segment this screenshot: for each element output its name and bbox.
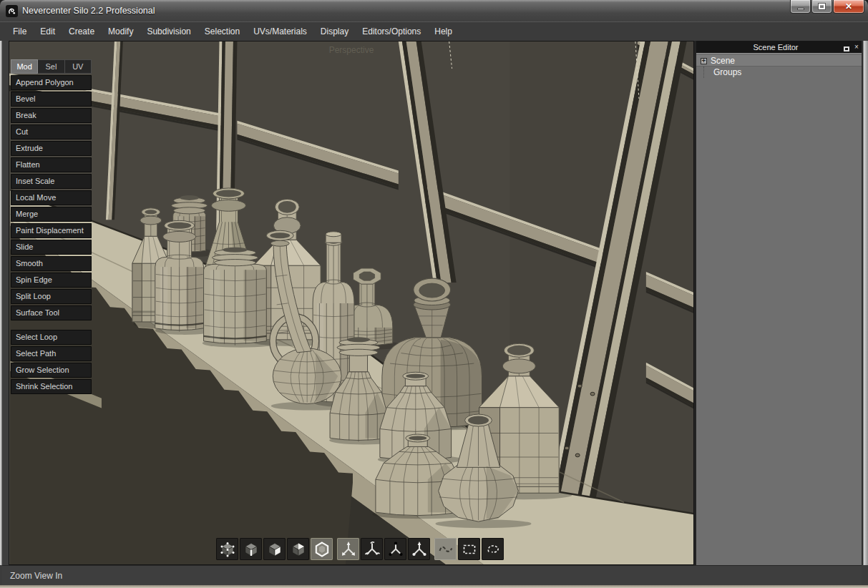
select-objects-icon — [313, 541, 331, 558]
menu-bar: FileEditCreateModifySubdivisionSelection… — [0, 21, 868, 41]
scene-tree: + Scene Groups — [696, 53, 862, 78]
tool-cut[interactable]: Cut — [11, 124, 92, 139]
tab-mod[interactable]: Mod — [11, 59, 38, 74]
universal-manipulator-button[interactable] — [408, 538, 430, 560]
scene-editor-panel: Scene Editor × + Scene Groups — [696, 41, 862, 565]
tool-sidebar: ModSelUVAppend PolygonBevelBreakCutExtru… — [11, 59, 92, 396]
select-edges-button[interactable] — [240, 538, 262, 560]
tool-shrink-selection[interactable]: Shrink Selection — [11, 379, 92, 394]
tweak-select-icon — [437, 541, 454, 558]
tab-uv[interactable]: UV — [65, 59, 92, 74]
minimize-button[interactable] — [790, 0, 811, 14]
viewport-3d[interactable]: Perspective ModSelUVAppend PolygonBevelB… — [9, 41, 694, 565]
viewport-camera-label[interactable]: Perspective — [9, 45, 693, 55]
menu-selection[interactable]: Selection — [205, 26, 240, 36]
scene-editor-header[interactable]: Scene Editor × — [696, 41, 862, 53]
tool-flatten[interactable]: Flatten — [11, 157, 92, 172]
tree-item-label: Groups — [713, 67, 741, 77]
menu-subdivision[interactable]: Subdivision — [147, 26, 190, 36]
expander-icon[interactable]: + — [701, 58, 707, 64]
select-objects-button[interactable] — [311, 538, 333, 560]
window-title: Nevercenter Silo 2.2 Professional — [22, 6, 155, 16]
tweak-select-button[interactable] — [434, 538, 457, 560]
tool-extrude[interactable]: Extrude — [11, 141, 92, 156]
marquee-select-icon — [461, 541, 478, 558]
bottom-toolbar — [216, 538, 505, 560]
select-faces-button[interactable] — [263, 538, 286, 560]
select-vertices-icon — [219, 541, 236, 558]
tree-item-groups[interactable]: Groups — [696, 67, 862, 78]
close-button[interactable]: ✕ — [833, 0, 864, 14]
select-faces-icon — [266, 541, 283, 558]
menu-modify[interactable]: Modify — [108, 26, 133, 36]
lasso-select-button[interactable] — [482, 538, 504, 560]
panel-maximize-icon[interactable] — [844, 46, 849, 52]
lasso-select-icon — [484, 541, 502, 558]
move-tool-button[interactable] — [337, 538, 359, 560]
app-window: Nevercenter Silo 2.2 Professional ✕ File… — [0, 0, 868, 588]
menu-edit[interactable]: Edit — [40, 26, 55, 36]
maximize-icon — [819, 4, 825, 9]
tool-append-polygon[interactable]: Append Polygon — [11, 75, 92, 90]
tree-item-label: Scene — [711, 56, 735, 66]
status-text: Zoom View In — [10, 571, 62, 581]
tool-spin-edge[interactable]: Spin Edge — [11, 273, 92, 288]
tool-split-loop[interactable]: Split Loop — [11, 289, 92, 304]
rotate-tool-icon — [364, 541, 381, 558]
select-multi-button[interactable] — [287, 538, 309, 560]
tool-paint-displacement[interactable]: Paint Displacement — [11, 223, 92, 238]
minimize-icon — [797, 8, 804, 10]
window-left-frame — [0, 41, 9, 565]
tool-grow-selection[interactable]: Grow Selection — [11, 363, 92, 378]
panel-close-icon[interactable]: × — [852, 41, 862, 53]
select-vertices-button[interactable] — [216, 538, 238, 560]
tool-select-loop[interactable]: Select Loop — [11, 330, 92, 345]
select-edges-icon — [243, 541, 260, 558]
maximize-button[interactable] — [811, 0, 832, 14]
tool-smooth[interactable]: Smooth — [11, 256, 92, 271]
status-bar: Zoom View In — [2, 565, 862, 585]
menu-file[interactable]: File — [13, 26, 26, 36]
menu-help[interactable]: Help — [434, 26, 452, 36]
move-tool-icon — [340, 541, 357, 558]
tool-surface-tool[interactable]: Surface Tool — [11, 305, 92, 320]
menu-editors-options[interactable]: Editors/Options — [362, 26, 421, 36]
close-icon: ✕ — [845, 1, 852, 11]
viewport-3d-scene[interactable] — [9, 41, 694, 564]
tool-select-path[interactable]: Select Path — [11, 346, 92, 361]
select-multi-icon — [290, 541, 307, 558]
scale-tool-button[interactable] — [384, 538, 406, 560]
tool-inset-scale[interactable]: Inset Scale — [11, 174, 92, 189]
universal-manipulator-icon — [411, 541, 428, 558]
tree-item-scene[interactable]: + Scene — [696, 55, 862, 67]
tree-guide-line — [703, 67, 713, 78]
tool-break[interactable]: Break — [11, 108, 92, 123]
scale-tool-icon — [387, 541, 404, 558]
marquee-select-button[interactable] — [458, 538, 480, 560]
menu-create[interactable]: Create — [69, 26, 94, 36]
window-right-frame — [862, 41, 868, 565]
rotate-tool-button[interactable] — [361, 538, 383, 560]
app-logo-icon — [6, 5, 18, 17]
tool-bevel[interactable]: Bevel — [11, 92, 92, 107]
tab-sel[interactable]: Sel — [38, 59, 64, 74]
tool-local-move[interactable]: Local Move — [11, 190, 92, 205]
tool-merge[interactable]: Merge — [11, 207, 92, 222]
title-bar[interactable]: Nevercenter Silo 2.2 Professional ✕ — [0, 0, 868, 21]
tool-slide[interactable]: Slide — [11, 240, 92, 255]
menu-display[interactable]: Display — [321, 26, 348, 36]
scene-editor-title: Scene Editor — [708, 43, 844, 52]
menu-uvs-materials[interactable]: UVs/Materials — [253, 26, 307, 36]
window-bottom-frame — [0, 585, 868, 588]
